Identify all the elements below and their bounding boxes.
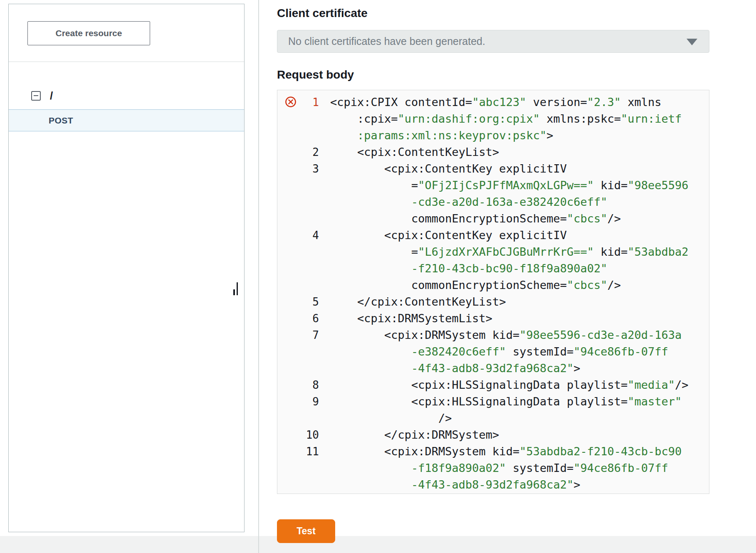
- code-text: <cpix:DRMSystemList>: [330, 310, 492, 327]
- code-text: :cpix="urn:dashif:org:cpix" xmlns:pskc="…: [330, 111, 682, 127]
- code-line: />: [277, 410, 709, 427]
- code-text: ="OFj2IjCsPJFfMAxmQxLGPw==" kid="98ee559…: [330, 177, 689, 194]
- resource-tree-root-item[interactable]: /: [9, 83, 244, 108]
- request-body-heading: Request body: [277, 68, 354, 81]
- resize-bar-icon: [237, 282, 238, 295]
- footer-strip: [0, 536, 756, 553]
- code-line: 8<cpix:HLSSignalingData playlist="media"…: [277, 377, 709, 393]
- resources-panel: Create resource / POST: [8, 4, 245, 532]
- line-number: [277, 343, 319, 360]
- client-certificate-dropdown[interactable]: No client certificates have been generat…: [277, 30, 709, 53]
- method-post-item[interactable]: POST: [9, 109, 244, 131]
- line-number: [277, 260, 319, 277]
- resize-bar-icon: [233, 289, 235, 295]
- code-text: </cpix:DRMSystem>: [330, 427, 499, 443]
- code-line: 4<cpix:ContentKey explicitIV: [277, 227, 709, 244]
- code-line: -4f43-adb8-93d2fa968ca2">: [277, 360, 709, 377]
- code-text: <cpix:ContentKey explicitIV: [330, 227, 567, 244]
- code-text: </cpix:ContentKeyList>: [330, 294, 506, 310]
- code-text: <cpix:DRMSystem kid="53abdba2-f210-43cb-…: [330, 443, 682, 460]
- code-line: :cpix="urn:dashif:org:cpix" xmlns:pskc="…: [277, 111, 709, 127]
- code-line: -4f43-adb8-93d2fa968ca2">: [277, 476, 709, 493]
- code-line: 1<cpix:CPIX contentId="abc123" version="…: [277, 94, 709, 111]
- line-number: 10: [277, 427, 319, 443]
- code-line: :params:xml:ns:keyprov:pskc">: [277, 127, 709, 144]
- code-text: commonEncryptionScheme="cbcs"/>: [330, 277, 621, 294]
- code-line: commonEncryptionScheme="cbcs"/>: [277, 210, 709, 227]
- code-line: -cd3e-a20d-163a-e382420c6eff": [277, 194, 709, 210]
- line-number: [277, 360, 319, 377]
- code-line: 3<cpix:ContentKey explicitIV: [277, 160, 709, 177]
- line-number: [277, 277, 319, 294]
- code-line: 11<cpix:DRMSystem kid="53abdba2-f210-43c…: [277, 443, 709, 460]
- client-certificate-value: No client certificates have been generat…: [288, 35, 485, 47]
- line-number: [277, 410, 319, 427]
- panel-divider: [258, 0, 259, 553]
- resource-root-label: /: [50, 89, 53, 102]
- line-number: [277, 460, 319, 476]
- line-number: 2: [277, 144, 319, 160]
- code-line: ="L6jzdXrXAFbCJGBuMrrKrG==" kid="53abdba…: [277, 244, 709, 260]
- code-text: :params:xml:ns:keyprov:pskc">: [330, 127, 553, 144]
- code-text: <cpix:ContentKeyList>: [330, 144, 499, 160]
- divider: [9, 62, 244, 62]
- collapse-minus-icon[interactable]: [31, 91, 41, 101]
- code-line: 5</cpix:ContentKeyList>: [277, 294, 709, 310]
- method-post-label: POST: [49, 116, 73, 126]
- code-text: -4f43-adb8-93d2fa968ca2">: [330, 476, 580, 493]
- line-number: [277, 244, 319, 260]
- code-text: -e382420c6eff" systemId="94ce86fb-07ff: [330, 343, 668, 360]
- line-number: 5: [277, 294, 319, 310]
- code-line: 2<cpix:ContentKeyList>: [277, 144, 709, 160]
- code-line: ="OFj2IjCsPJFfMAxmQxLGPw==" kid="98ee559…: [277, 177, 709, 194]
- code-line: 7<cpix:DRMSystem kid="98ee5596-cd3e-a20d…: [277, 327, 709, 343]
- line-number: [277, 177, 319, 194]
- line-number: 11: [277, 443, 319, 460]
- code-text: commonEncryptionScheme="cbcs"/>: [330, 210, 621, 227]
- line-number: 1: [277, 94, 319, 111]
- code-line: -f18f9a890a02" systemId="94ce86fb-07ff: [277, 460, 709, 476]
- line-number: 7: [277, 327, 319, 343]
- line-number: [277, 111, 319, 127]
- line-number: 6: [277, 310, 319, 327]
- line-number: 4: [277, 227, 319, 244]
- chevron-down-icon: [687, 39, 697, 45]
- code-text: />: [330, 410, 452, 427]
- line-number: 9: [277, 393, 319, 410]
- line-number: [277, 476, 319, 493]
- create-resource-button[interactable]: Create resource: [27, 21, 150, 45]
- code-text: -f210-43cb-bc90-f18f9a890a02": [330, 260, 607, 277]
- line-number: [277, 210, 319, 227]
- code-text: <cpix:DRMSystem kid="98ee5596-cd3e-a20d-…: [330, 327, 682, 343]
- code-text: <cpix:CPIX contentId="abc123" version="2…: [330, 94, 662, 111]
- code-line: -f210-43cb-bc90-f18f9a890a02": [277, 260, 709, 277]
- code-lines: 1<cpix:CPIX contentId="abc123" version="…: [277, 94, 709, 493]
- code-line: 10</cpix:DRMSystem>: [277, 427, 709, 443]
- line-number: 8: [277, 377, 319, 393]
- request-body-editor[interactable]: 1<cpix:CPIX contentId="abc123" version="…: [277, 90, 709, 494]
- client-certificate-heading: Client certificate: [277, 7, 368, 20]
- line-number: 3: [277, 160, 319, 177]
- code-text: -f18f9a890a02" systemId="94ce86fb-07ff: [330, 460, 668, 476]
- test-button[interactable]: Test: [277, 519, 335, 543]
- code-line: 9<cpix:HLSSignalingData playlist="master…: [277, 393, 709, 410]
- code-text: -4f43-adb8-93d2fa968ca2">: [330, 360, 580, 377]
- code-text: -cd3e-a20d-163a-e382420c6eff": [330, 194, 607, 210]
- code-text: <cpix:HLSSignalingData playlist="media"/…: [330, 377, 689, 393]
- code-line: commonEncryptionScheme="cbcs"/>: [277, 277, 709, 294]
- line-number: [277, 194, 319, 210]
- code-line: -e382420c6eff" systemId="94ce86fb-07ff: [277, 343, 709, 360]
- line-number: [277, 127, 319, 144]
- code-text: ="L6jzdXrXAFbCJGBuMrrKrG==" kid="53abdba…: [330, 244, 689, 260]
- code-text: <cpix:HLSSignalingData playlist="master": [330, 393, 682, 410]
- code-text: <cpix:ContentKey explicitIV: [330, 160, 567, 177]
- panel-resize-handle[interactable]: [233, 282, 238, 295]
- code-line: 6<cpix:DRMSystemList>: [277, 310, 709, 327]
